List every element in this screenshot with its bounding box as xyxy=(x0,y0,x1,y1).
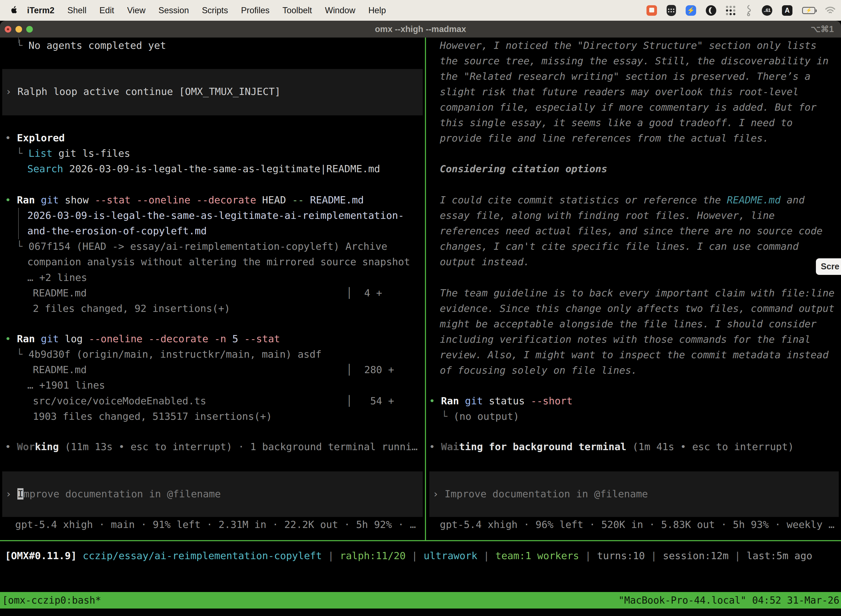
terminal-line: └ 067f154 (HEAD -> essay/ai-reimplementa… xyxy=(16,239,387,254)
terminal-line: of focusing solely on file lines. xyxy=(440,363,637,378)
terminal-line: … +1901 lines xyxy=(27,378,105,393)
screen: iTerm2ShellEditViewSessionScriptsProfile… xyxy=(0,0,841,616)
menu-item-edit[interactable]: Edit xyxy=(99,6,114,15)
menubar-status-icons: ⚡ ..61 A ⚡ xyxy=(646,5,841,16)
terminal-line: src/voice/voiceModeEnabled.ts xyxy=(33,393,207,409)
terminal-line: Search 2026-03-09-is-legal-the-same-as-l… xyxy=(27,161,380,177)
menu-item-toolbelt[interactable]: Toolbelt xyxy=(283,6,312,15)
terminal-line: › Ralph loop active continue [OMX_TMUX_I… xyxy=(6,84,281,99)
blue-bolt-badge-icon[interactable]: ⚡ xyxy=(686,5,696,16)
terminal-line: README.md xyxy=(33,285,86,301)
terminal-line: │ 54 + xyxy=(346,393,394,409)
terminal-line: • Waiting for background terminal (1m 41… xyxy=(429,439,794,455)
terminal-line: essay file, along with finding root file… xyxy=(440,208,775,223)
terminal-line: … +2 lines xyxy=(27,270,87,285)
terminal-content: └ No agents completed yet› Ralph loop ac… xyxy=(0,38,841,616)
screen-share-tooltip: Scre xyxy=(816,258,841,275)
letter-a-icon[interactable]: A xyxy=(782,5,793,16)
terminal-line: companion file, especially if more comme… xyxy=(440,100,816,115)
menu-item-window[interactable]: Window xyxy=(325,6,355,15)
apple-menu-icon[interactable] xyxy=(10,6,18,15)
window-titlebar: omx --xhigh --madmax ⌥⌘1 xyxy=(0,21,841,38)
menu-items: iTerm2ShellEditViewSessionScriptsProfile… xyxy=(27,6,399,15)
terminal-line: The team guideline is to back every impo… xyxy=(440,285,834,301)
terminal-line: 2026-03-09-is-legal-the-same-as-legitima… xyxy=(27,208,404,223)
terminal-line: provide file and line references from th… xyxy=(440,131,769,146)
window-title: omx --xhigh --madmax xyxy=(0,24,841,34)
terminal-line: └ List git ls-files xyxy=(16,146,130,161)
omx-status-bar: [OMX#0.11.9] cczip/essay/ai-reimplementa… xyxy=(0,541,841,592)
terminal-line: review. Also, I might want to inspect th… xyxy=(440,347,829,363)
right-pane: However, I noticed the "Directory Struct… xyxy=(426,38,841,540)
terminal-line: the source tree, missing the essay. Stil… xyxy=(440,53,829,69)
macos-menu-bar: iTerm2ShellEditViewSessionScriptsProfile… xyxy=(0,0,841,21)
terminal-line: gpt-5.4 xhigh · main · 91% left · 2.31M … xyxy=(15,517,416,532)
dots-grid-icon[interactable] xyxy=(726,6,736,15)
terminal-line: └ No agents completed yet xyxy=(16,38,166,53)
terminal-line: 2 files changed, 92 insertions(+) xyxy=(33,301,230,316)
chat-app-icon[interactable] xyxy=(646,5,657,16)
tree-guide-line xyxy=(18,208,19,239)
tmux-host-clock: "MacBook-Pro-44.local" 04:52 31-Mar-26 xyxy=(618,595,840,606)
terminal-line: references need actual files, and since … xyxy=(440,223,822,239)
menu-item-shell[interactable]: Shell xyxy=(67,6,86,15)
window-shortcut-badge: ⌥⌘1 xyxy=(811,24,834,34)
menu-item-iterm2[interactable]: iTerm2 xyxy=(27,6,54,15)
terminal-line: slight risk that future readers may over… xyxy=(440,84,799,100)
terminal-line: evidence. Since this change only affects… xyxy=(440,301,834,316)
terminal-line: │ 4 + xyxy=(346,285,382,301)
terminal-line: including verification notes with those … xyxy=(440,332,811,347)
menu-item-profiles[interactable]: Profiles xyxy=(241,6,269,15)
terminal-line: However, I noticed the "Directory Struct… xyxy=(440,38,816,53)
terminal-line: gpt-5.4 xhigh · 96% left · 520K in · 5.8… xyxy=(440,517,834,532)
wifi-icon[interactable] xyxy=(825,6,835,15)
terminal-line: • Ran git log --oneline --decorate -n 5 … xyxy=(5,331,280,347)
terminal-line: › Improve documentation in @filename xyxy=(6,486,221,502)
terminal-line: companion analysis without altering the … xyxy=(27,254,410,270)
terminal-line: • Working (11m 13s • esc to interrupt) ·… xyxy=(5,439,418,455)
tmux-session-label: [omx-cczip0:bash* xyxy=(2,595,101,606)
terminal-line: └ 4b9d30f (origin/main, instructkr/main,… xyxy=(16,347,321,362)
terminal-line: I could cite commit statistics or refere… xyxy=(440,192,804,208)
menu-item-session[interactable]: Session xyxy=(158,6,189,15)
menu-item-scripts[interactable]: Scripts xyxy=(202,6,228,15)
terminal-line: › Improve documentation in @filename xyxy=(433,486,648,502)
terminal-line: this single essay, it seems like a good … xyxy=(440,115,793,131)
terminal-line: README.md xyxy=(33,362,86,378)
terminal-line: • Explored xyxy=(5,130,65,146)
iterm2-window: omx --xhigh --madmax ⌥⌘1 └ No agents com… xyxy=(0,21,841,616)
tmux-status-bar: [omx-cczip0:bash* "MacBook-Pro-44.local"… xyxy=(0,592,841,609)
moon-circle-icon[interactable] xyxy=(706,5,716,16)
terminal-line: the "Related research writing" section i… xyxy=(440,69,811,84)
squiggle-icon[interactable] xyxy=(745,5,752,16)
percent-61-icon[interactable]: ..61 xyxy=(762,5,772,16)
terminal-line: [OMX#0.11.9] cczip/essay/ai-reimplementa… xyxy=(5,548,812,563)
terminal-line: and-the-erosion-of-copyleft.md xyxy=(27,223,207,239)
terminal-line: └ (no output) xyxy=(441,409,519,424)
terminal-line: • Ran git status --short xyxy=(429,393,573,409)
shield-keypad-icon[interactable] xyxy=(667,5,676,16)
terminal-line: changes, I can't cite specific file line… xyxy=(440,239,799,254)
terminal-line: might be acceptable alongside the file l… xyxy=(440,316,816,332)
terminal-line: output instead. xyxy=(440,254,529,270)
terminal-line: 1903 files changed, 513517 insertions(+) xyxy=(33,409,272,424)
battery-icon[interactable]: ⚡ xyxy=(802,7,815,14)
terminal-line: │ 280 + xyxy=(346,362,394,378)
terminal-line: Considering citation options xyxy=(440,161,607,177)
left-pane: └ No agents completed yet› Ralph loop ac… xyxy=(0,38,425,540)
terminal-line: • Ran git show --stat --oneline --decora… xyxy=(5,192,364,208)
menu-item-view[interactable]: View xyxy=(127,6,146,15)
menu-item-help[interactable]: Help xyxy=(368,6,386,15)
